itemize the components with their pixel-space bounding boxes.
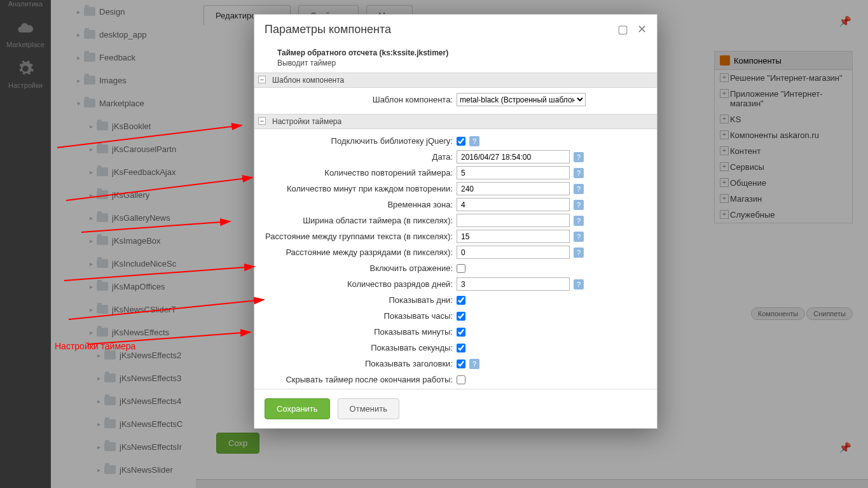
jquery-label: Подключить библиотеку jQuery:: [262, 136, 457, 146]
jquery-checkbox[interactable]: [457, 137, 465, 146]
collapse-icon[interactable]: −: [258, 76, 266, 83]
group-gap-label: Расстояние между группами текста (в пикс…: [262, 232, 457, 241]
dialog-titlebar: Параметры компонента ▢ ✕: [254, 15, 657, 44]
save-button[interactable]: Сохранить: [265, 398, 330, 419]
show-titles-checkbox[interactable]: [457, 359, 465, 368]
section-timer-label: Настройки таймера: [272, 117, 341, 126]
show-seconds-checkbox[interactable]: [457, 344, 465, 352]
repeat-input[interactable]: [457, 166, 570, 179]
component-name: Таймер обратного отсчета (ks:kssite.jkst…: [277, 48, 448, 57]
help-icon[interactable]: ?: [574, 232, 584, 242]
help-icon[interactable]: ?: [574, 184, 584, 194]
repeat-label: Количество повторений таймера:: [262, 168, 457, 178]
show-days-label: Показывать дни:: [262, 295, 457, 305]
show-seconds-label: Показывать секунды:: [262, 343, 457, 352]
template-select[interactable]: metal-black (Встроенный шаблон): [457, 93, 586, 106]
help-icon[interactable]: ?: [574, 152, 584, 162]
digit-gap-input[interactable]: [457, 246, 570, 259]
component-description: Выводит таймер: [277, 59, 647, 67]
show-hours-checkbox[interactable]: [457, 312, 465, 321]
tz-label: Временная зона:: [262, 200, 457, 209]
show-hours-label: Показывать часы:: [262, 311, 457, 321]
reflect-checkbox[interactable]: [457, 264, 465, 273]
cancel-button[interactable]: Отменить: [338, 398, 399, 419]
show-minutes-label: Показывать минуты:: [262, 327, 457, 337]
minutes-input[interactable]: [457, 182, 570, 195]
days-digits-input[interactable]: [457, 277, 570, 291]
dialog-title: Параметры компонента: [265, 23, 391, 36]
section-template-label: Шаблон компонента: [272, 76, 344, 85]
help-icon[interactable]: ?: [469, 136, 479, 146]
reflect-label: Включить отражение:: [262, 263, 457, 273]
date-input[interactable]: [457, 150, 570, 164]
annotation-text: Настройки таймера: [55, 341, 135, 351]
width-input[interactable]: [457, 214, 570, 227]
date-label: Дата:: [262, 152, 457, 162]
section-timer-settings[interactable]: − Настройки таймера: [254, 114, 657, 129]
collapse-icon[interactable]: −: [258, 117, 266, 125]
group-gap-input[interactable]: [457, 230, 570, 243]
tz-input[interactable]: [457, 198, 570, 211]
hide-end-checkbox[interactable]: [457, 375, 465, 384]
help-icon[interactable]: ?: [574, 216, 584, 226]
template-label: Шаблон компонента:: [262, 95, 457, 104]
help-icon[interactable]: ?: [574, 247, 584, 258]
maximize-icon[interactable]: ▢: [617, 22, 628, 36]
section-template[interactable]: − Шаблон компонента: [254, 73, 657, 88]
show-titles-label: Показывать заголовки:: [262, 359, 457, 368]
help-icon[interactable]: ?: [574, 168, 584, 178]
show-days-checkbox[interactable]: [457, 296, 465, 305]
help-icon[interactable]: ?: [574, 200, 584, 210]
width-label: Ширина области таймера (в пикселях):: [262, 216, 457, 225]
component-params-dialog: Параметры компонента ▢ ✕ Таймер обратног…: [254, 14, 658, 429]
help-icon[interactable]: ?: [574, 279, 584, 289]
close-icon[interactable]: ✕: [637, 22, 647, 36]
minutes-label: Количество минут при каждом повторении:: [262, 184, 457, 193]
digit-gap-label: Расстояние между разрядами (в пикселях):: [262, 247, 457, 257]
hide-end-label: Скрывать таймер после окончания работы:: [262, 375, 457, 384]
help-icon[interactable]: ?: [469, 359, 479, 369]
show-minutes-checkbox[interactable]: [457, 328, 465, 337]
days-digits-label: Количество разрядов дней:: [262, 279, 457, 289]
